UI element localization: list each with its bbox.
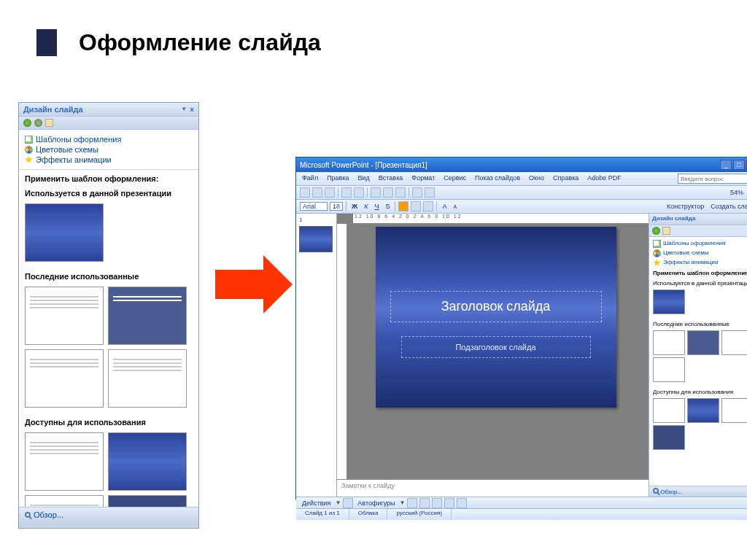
home-icon[interactable]	[45, 119, 53, 127]
menu-file[interactable]: Файл	[300, 174, 320, 184]
fontsize-select[interactable]: 18	[330, 202, 343, 211]
decrease-font-button[interactable]: A	[451, 204, 459, 209]
status-slide-count: Слайд 1 из 1	[296, 509, 349, 520]
template-thumb[interactable]	[653, 330, 685, 355]
sp-browse[interactable]: Обзор...	[649, 486, 747, 497]
standard-toolbar: 54%	[296, 186, 747, 200]
template-thumb[interactable]	[721, 398, 747, 423]
design-sidepane: Дизайн слайда ▼ × Шаблоны оформления Цве…	[649, 214, 747, 497]
preview-icon[interactable]	[354, 187, 364, 198]
sidepane-title: Дизайн слайда	[652, 215, 695, 223]
sp-link-colors[interactable]: Цветовые схемы	[653, 249, 747, 258]
menu-tools[interactable]: Сервис	[441, 174, 468, 184]
menu-window[interactable]: Окно	[527, 174, 546, 184]
link-templates[interactable]: Шаблоны оформления	[25, 134, 193, 144]
template-thumb[interactable]	[25, 495, 104, 507]
link-effects[interactable]: Эффекты анимации	[25, 155, 193, 165]
browse-link[interactable]: Обзор...	[19, 507, 198, 522]
cut-icon[interactable]	[371, 187, 381, 198]
slide-title-placeholder[interactable]: Заголовок слайда	[390, 291, 602, 322]
rect-icon[interactable]	[432, 498, 442, 508]
vertical-ruler	[337, 224, 347, 479]
template-thumb[interactable]	[108, 287, 187, 345]
slide-canvas[interactable]: Заголовок слайда Подзаголовок слайда	[376, 227, 616, 408]
slide-editor[interactable]: 12 10 8 6 4 2 0 2 4 6 8 10 12 Заголовок …	[337, 214, 649, 479]
home-icon[interactable]	[662, 227, 670, 235]
template-thumb[interactable]	[25, 203, 104, 262]
sp-section-used: Используется в данной презентации	[653, 278, 747, 288]
save-icon[interactable]	[325, 187, 335, 198]
notes-pane[interactable]: Заметки к слайду	[337, 479, 649, 497]
menu-insert[interactable]: Вставка	[376, 174, 405, 184]
autoshapes-menu[interactable]: Автофигуры	[355, 499, 397, 507]
drawing-toolbar: Действия▼ Автофигуры▼	[296, 497, 747, 508]
search-icon	[25, 512, 31, 518]
minimize-button[interactable]: _	[720, 160, 732, 170]
shadow-button[interactable]: S	[383, 203, 392, 210]
sp-link-templates[interactable]: Шаблоны оформления	[653, 239, 747, 249]
template-thumb[interactable]	[108, 349, 187, 408]
back-icon[interactable]	[23, 119, 31, 127]
slide-subtitle-placeholder[interactable]: Подзаголовок слайда	[401, 336, 591, 358]
menu-slideshow[interactable]: Показ слайдов	[473, 174, 522, 184]
new-icon[interactable]	[300, 187, 310, 198]
redo-icon[interactable]	[425, 187, 435, 198]
new-slide-button[interactable]: Создать слайд	[708, 203, 747, 210]
italic-button[interactable]: К	[362, 203, 370, 210]
template-thumb[interactable]	[721, 330, 747, 355]
back-icon[interactable]	[652, 227, 660, 235]
powerpoint-window: Microsoft PowerPoint - [Презентация1] _ …	[295, 157, 747, 499]
slide-thumbnail[interactable]	[299, 226, 333, 252]
align-left-icon[interactable]	[398, 201, 409, 211]
apply-label: Применить шаблон оформления:	[19, 170, 198, 186]
copy-icon[interactable]	[383, 187, 393, 198]
dropdown-icon[interactable]: ▼	[181, 106, 187, 114]
zoom-value[interactable]: 54%	[728, 189, 746, 196]
select-icon[interactable]	[343, 498, 353, 508]
slide-number: 1	[299, 217, 333, 223]
underline-button[interactable]: Ч	[372, 203, 381, 210]
template-thumb[interactable]	[653, 425, 685, 450]
template-thumb[interactable]	[25, 349, 104, 408]
arrow-indicator	[215, 255, 293, 314]
open-icon[interactable]	[312, 187, 322, 198]
print-icon[interactable]	[341, 187, 352, 198]
status-language: русский (Россия)	[387, 509, 452, 520]
menu-view[interactable]: Вид	[356, 174, 372, 184]
template-thumb[interactable]	[25, 432, 104, 491]
palette-icon	[25, 146, 33, 154]
designer-button[interactable]: Конструктор	[665, 203, 706, 210]
template-thumb[interactable]	[108, 432, 187, 491]
align-center-icon[interactable]	[411, 201, 421, 211]
sp-apply-label: Применить шаблон оформления:	[653, 268, 747, 278]
oval-icon[interactable]	[444, 498, 454, 508]
font-select[interactable]: Arial	[300, 202, 328, 211]
template-thumb[interactable]	[687, 398, 719, 423]
template-thumb[interactable]	[653, 398, 685, 423]
template-thumb[interactable]	[108, 495, 187, 507]
textbox-icon[interactable]	[457, 498, 467, 508]
template-thumb[interactable]	[653, 357, 685, 382]
ask-question-input[interactable]	[678, 174, 747, 184]
template-thumb[interactable]	[653, 289, 685, 314]
increase-font-button[interactable]: A	[440, 203, 449, 210]
menu-edit[interactable]: Правка	[325, 174, 351, 184]
sp-link-effects[interactable]: Эффекты анимации	[653, 258, 747, 268]
close-icon[interactable]: ×	[190, 106, 194, 114]
line-icon[interactable]	[407, 498, 417, 508]
draw-actions-menu[interactable]: Действия	[300, 499, 333, 507]
menu-format[interactable]: Формат	[409, 174, 437, 184]
template-thumb[interactable]	[687, 330, 719, 355]
link-colors[interactable]: Цветовые схемы	[25, 144, 193, 155]
template-thumb[interactable]	[25, 287, 104, 345]
undo-icon[interactable]	[412, 187, 422, 198]
align-right-icon[interactable]	[423, 201, 433, 211]
menu-adobe[interactable]: Adobe PDF	[585, 174, 624, 184]
menu-help[interactable]: Справка	[551, 174, 581, 184]
maximize-button[interactable]: □	[733, 160, 745, 170]
arrow-icon[interactable]	[419, 498, 430, 508]
paste-icon[interactable]	[395, 187, 406, 198]
forward-icon[interactable]	[34, 119, 42, 127]
bold-button[interactable]: Ж	[349, 203, 360, 210]
horizontal-ruler: 12 10 8 6 4 2 0 2 4 6 8 10 12	[353, 214, 649, 224]
